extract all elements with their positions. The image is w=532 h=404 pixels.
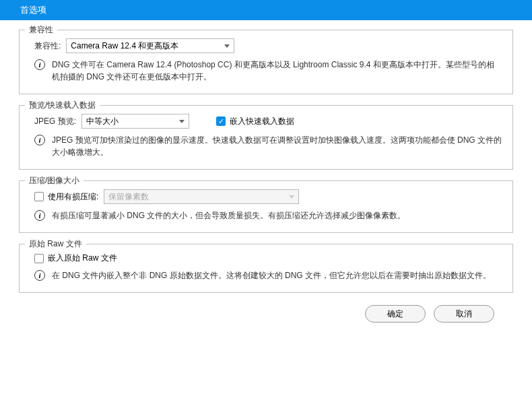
preview-group: 预览/快速载入数据 JPEG 预览: 中等大小 ✓ 嵌入快速载入数据 i JPE…	[19, 105, 513, 170]
chevron-down-icon	[224, 44, 230, 48]
ok-button[interactable]: 确定	[365, 305, 426, 323]
preserve-pixels-select: 保留像素数	[104, 189, 299, 204]
cancel-button[interactable]: 取消	[434, 305, 494, 323]
titlebar: 首选项	[0, 0, 532, 20]
info-icon: i	[34, 59, 45, 70]
compression-group: 压缩/图像大小 使用有损压缩: 保留像素数 i 有损压缩可显著减小 DNG 文件…	[19, 180, 513, 233]
compatibility-legend: 兼容性	[25, 24, 57, 36]
window-title: 首选项	[20, 4, 46, 16]
checkbox-icon	[34, 254, 44, 263]
checkbox-icon: ✓	[216, 116, 226, 126]
embed-fast-load-checkbox[interactable]: ✓ 嵌入快速载入数据	[216, 116, 294, 127]
compatibility-select-value: Camera Raw 12.4 和更高版本	[71, 40, 178, 52]
raw-info: 在 DNG 文件内嵌入整个非 DNG 原始数据文件。这将创建较大的 DNG 文件…	[52, 269, 491, 281]
checkbox-icon	[34, 192, 44, 201]
embed-raw-checkbox[interactable]: 嵌入原始 Raw 文件	[34, 252, 117, 264]
preview-info: JPEG 预览可加快渲染过的图像的显示速度。快速载入数据可在调整设置时加快图像载…	[52, 134, 502, 158]
compatibility-group: 兼容性 兼容性: Camera Raw 12.4 和更高版本 i DNG 文件可…	[19, 30, 513, 94]
jpeg-preview-value: 中等大小	[86, 116, 119, 127]
preserve-pixels-value: 保留像素数	[108, 191, 149, 203]
compatibility-select[interactable]: Camera Raw 12.4 和更高版本	[66, 38, 234, 53]
lossy-compression-checkbox[interactable]: 使用有损压缩:	[34, 191, 98, 203]
jpeg-preview-label: JPEG 预览:	[34, 116, 76, 127]
chevron-down-icon	[289, 195, 294, 199]
lossy-compression-label: 使用有损压缩:	[48, 191, 98, 203]
dialog-footer: 确定 取消	[19, 300, 513, 323]
content-area: 兼容性 兼容性: Camera Raw 12.4 和更高版本 i DNG 文件可…	[0, 20, 532, 329]
compatibility-info: DNG 文件可在 Camera Raw 12.4 (Photoshop CC) …	[52, 59, 502, 83]
compression-legend: 压缩/图像大小	[25, 175, 84, 187]
chevron-down-icon	[179, 120, 185, 123]
raw-legend: 原始 Raw 文件	[25, 238, 86, 250]
preview-legend: 预览/快速载入数据	[25, 100, 100, 111]
raw-group: 原始 Raw 文件 嵌入原始 Raw 文件 i 在 DNG 文件内嵌入整个非 D…	[19, 244, 513, 293]
compatibility-label: 兼容性:	[34, 40, 61, 52]
jpeg-preview-select[interactable]: 中等大小	[81, 114, 189, 129]
compression-info: 有损压缩可显著减小 DNG 文件的大小，但会导致质量损失。有损压缩还允许选择减少…	[52, 209, 405, 222]
embed-raw-label: 嵌入原始 Raw 文件	[48, 252, 117, 264]
embed-fast-load-label: 嵌入快速载入数据	[230, 116, 294, 127]
info-icon: i	[34, 210, 45, 221]
info-icon: i	[34, 270, 45, 281]
info-icon: i	[34, 135, 45, 145]
